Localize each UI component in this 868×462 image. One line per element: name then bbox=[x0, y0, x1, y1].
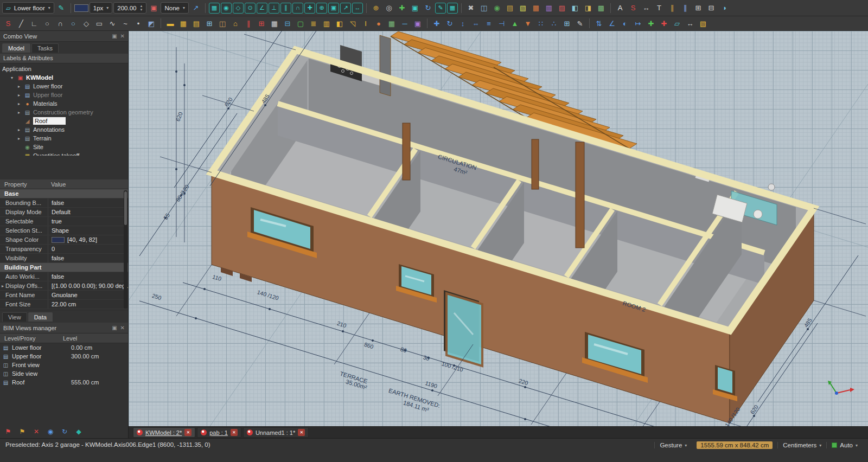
screen-icon[interactable]: ◫ bbox=[478, 2, 490, 14]
autogroup-icon[interactable]: ▣ bbox=[148, 2, 159, 14]
arch-roof-icon[interactable]: ⌂ bbox=[229, 17, 241, 29]
working-plane-view-icon[interactable]: ▣ bbox=[409, 2, 421, 14]
navigation-style-select[interactable]: Gesture▾ bbox=[654, 442, 692, 448]
selection-view-icon[interactable]: ◨ bbox=[582, 2, 594, 14]
property-value[interactable]: Default bbox=[48, 208, 128, 216]
layout-grid-icon[interactable]: ⊞ bbox=[692, 2, 704, 14]
arch-schedule-icon[interactable]: ▦ bbox=[386, 17, 398, 29]
snap-endpoint-icon[interactable]: ◉ bbox=[221, 3, 232, 14]
tree-expander-icon[interactable]: ▸ bbox=[16, 101, 22, 106]
text-scale-spin[interactable]: 200.00▲▼ bbox=[113, 2, 146, 14]
column-a-icon[interactable]: ∥ bbox=[666, 2, 678, 14]
facebinder-icon[interactable]: ◩ bbox=[145, 17, 157, 29]
report-view-icon[interactable]: ▥ bbox=[543, 2, 555, 14]
close-panel-icon[interactable]: ✕ bbox=[120, 33, 125, 39]
tab-model[interactable]: Model bbox=[2, 43, 30, 53]
property-row[interactable]: Display ModeDefault bbox=[0, 208, 128, 217]
circle-icon[interactable]: ○ bbox=[41, 17, 53, 29]
web-view-icon[interactable]: ◉ bbox=[491, 2, 503, 14]
text-icon[interactable]: T bbox=[653, 2, 665, 14]
shapestring-icon[interactable]: S bbox=[627, 2, 639, 14]
add-point-icon[interactable]: ✚ bbox=[396, 2, 408, 14]
column-b-icon[interactable]: ∥ bbox=[679, 2, 691, 14]
snap-center-icon[interactable]: ⊙ bbox=[245, 3, 256, 14]
macro-tools-icon[interactable]: ✖ bbox=[465, 2, 477, 14]
point-icon[interactable]: • bbox=[132, 17, 144, 29]
rotate-icon[interactable]: ↻ bbox=[444, 17, 456, 29]
property-scrollbar[interactable] bbox=[124, 190, 127, 309]
tree-expander-icon[interactable]: ▸ bbox=[16, 84, 22, 89]
property-row[interactable]: ▸Display Offs...[(1.00 0.00 0.00); 90.00… bbox=[0, 281, 128, 291]
measure-icon[interactable]: ↔ bbox=[684, 17, 696, 29]
snap-special-icon[interactable]: ▣ bbox=[328, 3, 339, 14]
property-row[interactable]: Transparency0 bbox=[0, 245, 128, 254]
snap-intersection-icon[interactable]: ✚ bbox=[304, 3, 315, 14]
property-value[interactable]: false bbox=[48, 254, 128, 262]
target-icon[interactable]: ◎ bbox=[383, 2, 395, 14]
rotate-view-icon[interactable]: ↻ bbox=[422, 2, 434, 14]
arch-panel-icon[interactable]: ▥ bbox=[321, 17, 333, 29]
dimension-icon[interactable]: ↔ bbox=[640, 2, 652, 14]
bim-view-row-upper-floor[interactable]: ▤Upper floor300.00 cm bbox=[0, 352, 128, 361]
bim-box-icon[interactable]: ▧ bbox=[697, 17, 709, 29]
close-tab-icon[interactable]: ✕ bbox=[231, 429, 238, 436]
dag-view-icon[interactable]: ◧ bbox=[569, 2, 581, 14]
task-panel-icon[interactable]: ▩ bbox=[595, 2, 607, 14]
tree-item-kwmodel[interactable]: ▾▣KWModel bbox=[0, 73, 128, 82]
snap-midpoint-icon[interactable]: ◇ bbox=[233, 3, 244, 14]
line-width-select[interactable]: 1px▾ bbox=[90, 2, 113, 14]
snap-extension-icon[interactable]: ⊕ bbox=[316, 3, 327, 14]
arch-section-plane-icon[interactable]: ⊟ bbox=[282, 17, 293, 29]
compass-icon[interactable]: ⊕ bbox=[370, 2, 382, 14]
property-value[interactable]: false bbox=[48, 198, 128, 207]
mirror-half-icon[interactable]: ◐ bbox=[619, 17, 631, 29]
property-row[interactable]: Selectabletrue bbox=[0, 217, 128, 226]
document-tab-kwmodel[interactable]: KWModel : 2*✕ bbox=[133, 427, 195, 438]
property-row[interactable]: Auto Worki...false bbox=[0, 272, 128, 281]
toggle-grid-icon[interactable]: ▦ bbox=[447, 3, 458, 14]
annotation-style-icon[interactable]: A bbox=[614, 2, 626, 14]
remove-from-group-icon[interactable]: ✚ bbox=[658, 17, 670, 29]
arch-stairs-icon[interactable]: ≣ bbox=[308, 17, 320, 29]
close-panel-icon[interactable]: ✕ bbox=[120, 325, 125, 331]
flip-icon[interactable]: ⇅ bbox=[593, 17, 605, 29]
autogroup-select[interactable]: None▾ bbox=[161, 2, 189, 14]
tree-item-materials[interactable]: ▸●Materials bbox=[0, 99, 128, 108]
tab-data[interactable]: Data bbox=[28, 312, 53, 322]
path-array-icon[interactable]: ∴ bbox=[548, 17, 560, 29]
bim-views-refresh-icon[interactable]: ↻ bbox=[60, 427, 69, 437]
draft-edit-icon[interactable]: ✎ bbox=[574, 17, 586, 29]
property-row[interactable]: Visibilityfalse bbox=[0, 254, 128, 263]
property-value[interactable]: Shape bbox=[48, 226, 128, 235]
ellipse-icon[interactable]: ○ bbox=[67, 17, 79, 29]
tree-expander-icon[interactable]: ▸ bbox=[16, 93, 22, 98]
tree-expander-icon[interactable]: ▾ bbox=[9, 75, 15, 80]
arch-door-icon[interactable]: ◫ bbox=[216, 17, 228, 29]
tab-view[interactable]: View bbox=[2, 312, 27, 322]
scale-icon[interactable]: ↕ bbox=[457, 17, 469, 29]
tree-item-upper-floor[interactable]: ▸▤Upper floor bbox=[0, 91, 128, 99]
tree-expander-icon[interactable]: ▸ bbox=[16, 136, 22, 141]
working-plane-proxy-icon[interactable]: ▱ bbox=[671, 17, 683, 29]
tree-view-icon[interactable]: ▨ bbox=[556, 2, 568, 14]
float-panel-icon[interactable]: ▣ bbox=[112, 33, 117, 39]
property-row[interactable]: Bounding B...false bbox=[0, 198, 128, 208]
line-icon[interactable]: ╱ bbox=[15, 17, 27, 29]
move-icon[interactable]: ✚ bbox=[431, 17, 443, 29]
arch-axis-icon[interactable]: ∥ bbox=[242, 17, 254, 29]
tree-expander-icon[interactable]: ▸ bbox=[16, 110, 22, 115]
arch-frame-icon[interactable]: ◧ bbox=[334, 17, 346, 29]
render-quality-select[interactable]: Auto▾ bbox=[826, 442, 863, 448]
close-tab-icon[interactable]: ✕ bbox=[184, 429, 192, 436]
tree-item-annotations[interactable]: ▸▤Annotations bbox=[0, 125, 128, 134]
snap-parallel-icon[interactable]: ∥ bbox=[280, 3, 291, 14]
snap-arc-icon[interactable]: ∩ bbox=[292, 3, 303, 14]
arch-grid-icon[interactable]: ▦ bbox=[269, 17, 280, 29]
property-value[interactable]: false bbox=[48, 272, 128, 281]
bim-views-isolate-icon[interactable]: ◆ bbox=[74, 427, 84, 437]
arch-profile-icon[interactable]: I bbox=[360, 17, 372, 29]
arch-structure-icon[interactable]: ▦ bbox=[177, 17, 189, 29]
snap-ortho-icon[interactable]: ↔ bbox=[352, 3, 363, 14]
document-tab-unnamed1[interactable]: Unnamed1 : 1*✕ bbox=[243, 427, 309, 438]
add-to-group-icon[interactable]: ✚ bbox=[645, 17, 657, 29]
